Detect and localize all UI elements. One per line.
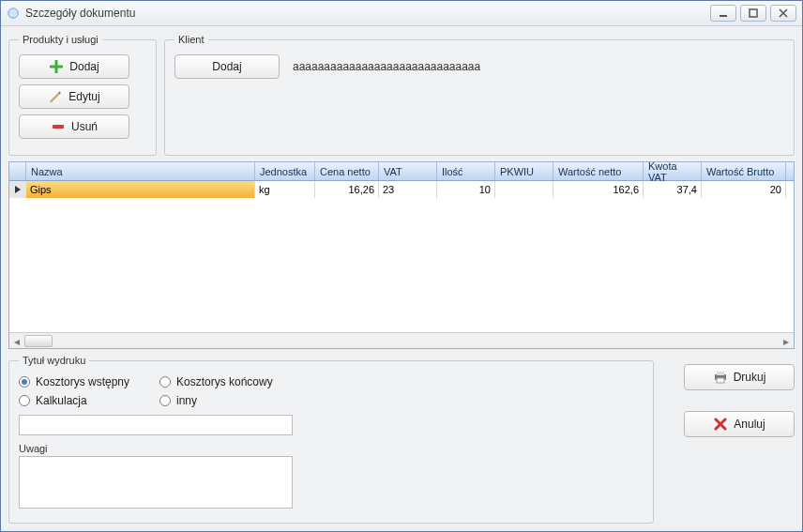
cell-cena-netto[interactable]: 16,26 bbox=[315, 181, 379, 198]
row-indicator-icon bbox=[9, 181, 26, 198]
col-wartosc-brutto[interactable]: Wartość Brutto bbox=[702, 162, 786, 180]
print-button[interactable]: Drukuj bbox=[684, 364, 795, 390]
products-legend: Produkty i usługi bbox=[19, 34, 102, 45]
remarks-label: Uwagi bbox=[19, 443, 644, 454]
cell-wartosc-netto[interactable]: 162,6 bbox=[553, 181, 644, 198]
svg-rect-1 bbox=[720, 15, 727, 17]
add-client-label: Dodaj bbox=[212, 60, 241, 73]
scroll-right-icon[interactable]: ▸ bbox=[779, 333, 794, 349]
minus-icon bbox=[51, 119, 66, 134]
radio-dot-icon bbox=[19, 376, 30, 388]
products-group: Produkty i usługi Dodaj Edytuj bbox=[8, 34, 157, 156]
col-cena-netto[interactable]: Cena netto bbox=[315, 162, 379, 180]
action-buttons: Drukuj Anuluj bbox=[663, 355, 795, 524]
svg-rect-5 bbox=[53, 125, 64, 129]
scroll-left-icon[interactable]: ◂ bbox=[9, 333, 24, 349]
items-grid[interactable]: Nazwa Jednostka Cena netto VAT Ilość PKW… bbox=[8, 161, 795, 349]
minimize-button[interactable] bbox=[710, 5, 736, 22]
radio-label: Kosztorys końcowy bbox=[176, 375, 273, 388]
cancel-button[interactable]: Anuluj bbox=[684, 411, 795, 437]
maximize-button[interactable] bbox=[740, 5, 766, 22]
window-title: Szczegóły dokumentu bbox=[25, 7, 135, 20]
col-jednostka[interactable]: Jednostka bbox=[255, 162, 315, 180]
col-ilosc[interactable]: Ilość bbox=[437, 162, 495, 180]
window-buttons bbox=[710, 5, 796, 22]
cancel-label: Anuluj bbox=[734, 418, 765, 431]
radio-dot-icon bbox=[159, 395, 171, 406]
cell-kwota-vat[interactable]: 37,4 bbox=[644, 181, 702, 198]
add-product-label: Dodaj bbox=[69, 60, 98, 73]
print-legend: Tytuł wydruku bbox=[19, 355, 89, 366]
radio-dot-icon bbox=[159, 376, 171, 388]
horizontal-scrollbar[interactable]: ◂ ▸ bbox=[9, 332, 794, 348]
svg-point-0 bbox=[8, 8, 19, 19]
radio-kosztorys-wstepny[interactable]: Kosztorys wstępny bbox=[19, 375, 159, 388]
radio-label: inny bbox=[176, 394, 197, 407]
add-product-button[interactable]: Dodaj bbox=[19, 54, 129, 79]
close-button[interactable] bbox=[770, 5, 796, 22]
print-title-group: Tytuł wydruku Kosztorys wstępny Kosztory… bbox=[8, 355, 654, 524]
col-nazwa[interactable]: Nazwa bbox=[26, 162, 255, 180]
cell-ilosc[interactable]: 10 bbox=[437, 181, 495, 198]
print-label: Drukuj bbox=[734, 371, 766, 384]
radio-inny[interactable]: inny bbox=[159, 394, 328, 407]
edit-product-button[interactable]: Edytuj bbox=[19, 84, 129, 109]
client-name: aaaaaaaaaaaaaaaaaaaaaaaaaaaaaa bbox=[293, 54, 480, 73]
grid-header: Nazwa Jednostka Cena netto VAT Ilość PKW… bbox=[9, 162, 794, 181]
cell-wartosc-brutto[interactable]: 20 bbox=[702, 181, 786, 198]
svg-rect-7 bbox=[717, 372, 724, 375]
radio-label: Kosztorys wstępny bbox=[36, 375, 129, 388]
col-vat[interactable]: VAT bbox=[379, 162, 437, 180]
col-wartosc-netto[interactable]: Wartość netto bbox=[553, 162, 644, 180]
plus-icon bbox=[49, 59, 64, 74]
edit-product-label: Edytuj bbox=[68, 90, 99, 103]
cancel-icon bbox=[713, 417, 728, 432]
svg-rect-2 bbox=[750, 9, 757, 17]
col-kwota-vat[interactable]: Kwota VAT bbox=[644, 162, 702, 180]
radio-kalkulacja[interactable]: Kalkulacja bbox=[19, 394, 159, 407]
window: Szczegóły dokumentu Produkty i usługi bbox=[0, 0, 803, 532]
delete-product-label: Usuń bbox=[71, 120, 98, 133]
cell-jednostka[interactable]: kg bbox=[255, 181, 315, 198]
delete-product-button[interactable]: Usuń bbox=[19, 114, 129, 139]
cell-nazwa[interactable]: Gips bbox=[26, 181, 255, 198]
printer-icon bbox=[713, 370, 728, 385]
client-legend: Klient bbox=[174, 34, 208, 45]
add-client-button[interactable]: Dodaj bbox=[174, 54, 280, 79]
col-pkwiu[interactable]: PKWIU bbox=[495, 162, 553, 180]
titlebar: Szczegóły dokumentu bbox=[1, 1, 802, 26]
radio-label: Kalkulacja bbox=[36, 394, 87, 407]
pencil-icon bbox=[48, 89, 63, 104]
cell-pkwiu[interactable] bbox=[495, 181, 553, 198]
app-icon bbox=[7, 7, 20, 20]
grid-body: Gips kg 16,26 23 10 162,6 37,4 20 bbox=[9, 181, 794, 332]
radio-kosztorys-koncowy[interactable]: Kosztorys końcowy bbox=[159, 375, 328, 388]
client-group: Klient Dodaj aaaaaaaaaaaaaaaaaaaaaaaaaaa… bbox=[164, 34, 795, 156]
remarks-input[interactable] bbox=[19, 456, 293, 509]
table-row[interactable]: Gips kg 16,26 23 10 162,6 37,4 20 bbox=[9, 181, 794, 198]
scroll-thumb[interactable] bbox=[24, 335, 53, 347]
radio-dot-icon bbox=[19, 395, 30, 406]
svg-rect-8 bbox=[717, 378, 724, 383]
cell-vat[interactable]: 23 bbox=[379, 181, 437, 198]
custom-title-input[interactable] bbox=[19, 415, 293, 435]
svg-rect-4 bbox=[50, 66, 63, 68]
